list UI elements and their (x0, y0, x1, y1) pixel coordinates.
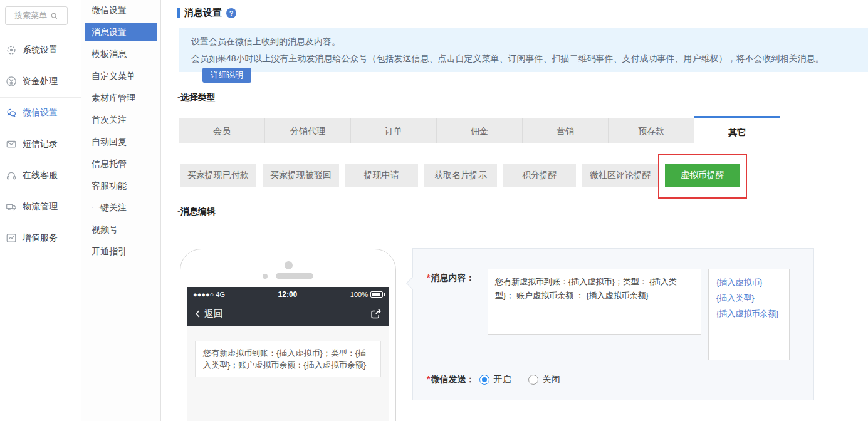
battery-icon (370, 291, 383, 298)
sidebar-item-label: 在线客服 (23, 170, 58, 181)
type-tab[interactable]: 佣金 (436, 118, 523, 143)
insert-variable-link[interactable]: {插入虚拟币余额} (716, 306, 782, 321)
sidebar-item[interactable]: 增值服务 (0, 222, 81, 254)
sidebar-item[interactable]: 资金处理 (0, 66, 81, 97)
radio-icon (528, 375, 538, 385)
submenu-item-label: 自定义菜单 (92, 71, 135, 81)
sidebar-item-label: 物流管理 (23, 201, 58, 212)
sidebar-nav: 系统设置 资金处理 微信设置 短信记录 (0, 34, 81, 254)
submenu-item[interactable]: 视频号 (85, 221, 157, 238)
radio-option[interactable]: 开启 (479, 374, 511, 385)
type-tabs: 会员 分销代理 订单 佣金 营销 预存款 (179, 118, 780, 149)
type-tab-label: 会员 (213, 126, 231, 136)
insert-variable-panel: {插入虚拟币} {插入类型} {插入虚拟币余额} (708, 269, 790, 360)
gear-icon (6, 44, 17, 56)
submenu-item[interactable]: 模板消息 (85, 45, 157, 63)
back-label: 返回 (204, 308, 223, 320)
message-type-button[interactable]: 积分提醒 (503, 164, 576, 187)
main-content: 消息设置 ? 设置会员在微信上收到的消息及内容。 会员如果48小时以上没有主动发… (161, 0, 868, 421)
submenu-item-label: 一键关注 (92, 202, 127, 212)
type-tab-label: 营销 (557, 126, 574, 136)
sidebar-item[interactable]: 物流管理 (0, 191, 81, 222)
phone-nav-bar: 返回 (187, 302, 389, 326)
wechat-icon (6, 107, 17, 118)
submenu-item[interactable]: 开通指引 (85, 242, 157, 260)
submenu-item[interactable]: 客服功能 (85, 177, 157, 194)
sidebar-item[interactable]: 短信记录 (0, 128, 81, 160)
sidebar-item-label: 短信记录 (23, 138, 58, 150)
sidebar-item-label: 增值服务 (23, 232, 58, 244)
help-icon[interactable]: ? (226, 8, 236, 18)
type-tab[interactable]: 其它 (694, 116, 780, 147)
submenu-item[interactable]: 自动回复 (85, 133, 157, 150)
phone-speaker-row (180, 273, 395, 279)
battery-percent: 100% (350, 291, 368, 298)
type-tab[interactable]: 预存款 (608, 118, 694, 143)
submenu-item[interactable]: 消息设置 (85, 23, 157, 41)
submenu-item-label: 视频号 (92, 224, 118, 234)
message-type-button[interactable]: 买家提现已付款 (180, 164, 256, 187)
submenu-item[interactable]: 素材库管理 (85, 89, 157, 107)
type-tab-label: 其它 (728, 127, 746, 137)
search-placeholder: 搜索菜单 (14, 10, 47, 21)
detail-instructions-button[interactable]: 详细说明 (202, 68, 251, 83)
sidebar-item[interactable]: 系统设置 (0, 34, 81, 66)
submenu-item-label: 自动回复 (92, 137, 127, 147)
submenu-item[interactable]: 一键关注 (85, 199, 157, 216)
admin-screen: 搜索菜单 系统设置 资金处理 微信设置 (0, 0, 868, 421)
message-type-button[interactable]: 提现申请 (345, 164, 418, 187)
share-icon[interactable] (369, 307, 383, 321)
submenu-item-label: 首次关注 (92, 115, 127, 125)
send-label: *微信发送： (427, 374, 474, 385)
insert-variable-link[interactable]: {插入类型} (716, 290, 782, 306)
signal-indicator: ●●●●○ 4G (193, 291, 225, 298)
section-message-edit: -消息编辑 (177, 206, 216, 217)
submenu-item-label: 客服功能 (92, 180, 127, 190)
radio-icon (479, 375, 489, 385)
message-type-button[interactable]: 买家提现被驳回 (263, 164, 339, 187)
message-type-button[interactable]: 微社区评论提醒 (582, 164, 659, 187)
submenu-item[interactable]: 信息托管 (85, 155, 157, 172)
send-options: 开启 关闭 (479, 374, 577, 385)
sidebar-item[interactable]: 微信设置 (0, 97, 81, 128)
type-tab[interactable]: 分销代理 (264, 118, 351, 143)
content-label: *消息内容： (427, 273, 474, 284)
phone-sensor-dot (263, 274, 268, 279)
chevron-left-icon (193, 309, 203, 319)
title-accent-bar (177, 8, 180, 18)
sidebar-item-label: 资金处理 (23, 76, 58, 87)
radio-label: 开启 (493, 374, 511, 385)
notice-box: 设置会员在微信上收到的消息及内容。 会员如果48小时以上没有主动发消息给公众号（… (179, 28, 868, 72)
phone-message-area: 您有新虚拟币到账：{插入虚拟币}；类型：{插入类型}；账户虚拟币余额：{插入虚拟… (187, 326, 389, 421)
battery-group: 100% (350, 291, 383, 298)
message-edit-panel: *消息内容： 您有新虚拟币到账：{插入虚拟币}；类型： {插入类型}； 账户虚拟… (412, 248, 814, 400)
type-tab[interactable]: 会员 (179, 118, 265, 143)
search-menu-input[interactable]: 搜索菜单 (5, 6, 68, 25)
sidebar-item-label: 微信设置 (23, 107, 58, 118)
type-tab-label: 订单 (385, 126, 402, 136)
required-mark: * (427, 273, 430, 283)
virtual-coin-reminder-button[interactable]: 虚拟币提醒 (665, 164, 740, 187)
headset-icon (6, 170, 17, 181)
section-select-type: -选择类型 (177, 92, 216, 103)
type-tab[interactable]: 营销 (522, 118, 609, 143)
message-content-textarea[interactable]: 您有新虚拟币到账：{插入虚拟币}；类型： {插入类型}； 账户虚拟币余额 ： {… (488, 269, 701, 335)
chart-icon (6, 232, 17, 244)
submenu-item-label: 信息托管 (92, 159, 127, 169)
insert-variable-link[interactable]: {插入虚拟币} (716, 274, 782, 290)
submenu-item[interactable]: 自定义菜单 (85, 67, 157, 85)
submenu-item[interactable]: 微信设置 (85, 1, 157, 19)
panel-arrow (406, 277, 419, 289)
radio-option[interactable]: 关闭 (528, 374, 560, 385)
highlighted-button-wrap: 虚拟币提醒 (665, 164, 740, 187)
submenu-item-label: 模板消息 (92, 49, 127, 59)
back-button[interactable]: 返回 (193, 308, 223, 320)
wechat-send-row: *微信发送： 开启 关闭 (427, 374, 577, 385)
submenu-item[interactable]: 首次关注 (85, 111, 157, 128)
page-title-row: 消息设置 ? (177, 7, 236, 19)
submenu-item-label: 消息设置 (92, 27, 127, 37)
type-tab[interactable]: 订单 (350, 118, 437, 143)
radio-label: 关闭 (542, 374, 560, 385)
message-type-button[interactable]: 获取名片提示 (424, 164, 497, 187)
sidebar-item[interactable]: 在线客服 (0, 160, 81, 191)
